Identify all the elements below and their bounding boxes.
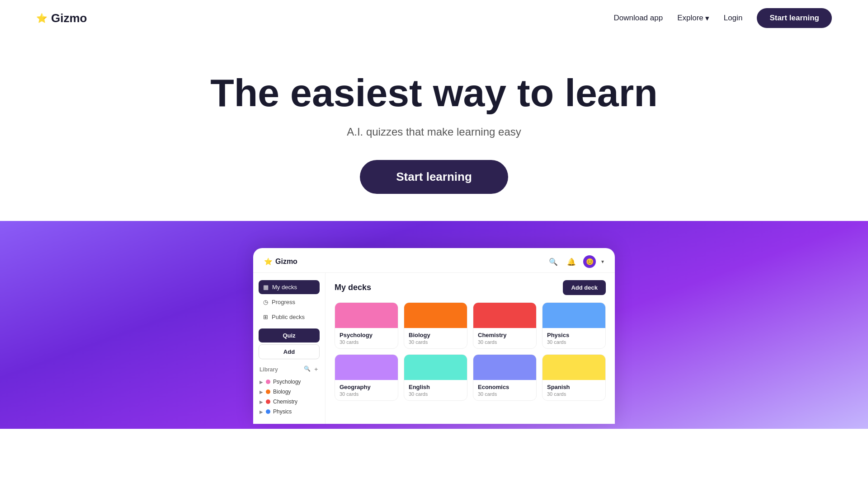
hero-subheading: A.I. quizzes that make learning easy <box>18 126 850 138</box>
main-content: My decks Add deck Psychology 30 cards Bi… <box>326 273 615 424</box>
deck-color-psychology <box>335 303 398 328</box>
nav-logo-text: Gizmo <box>51 11 87 25</box>
deck-info: Physics 30 cards <box>542 328 605 348</box>
deck-card-geography[interactable]: Geography 30 cards <box>335 354 398 401</box>
deck-color-geography <box>335 355 398 380</box>
library-item-psychology[interactable]: ▶ Psychology <box>259 377 320 387</box>
deck-info: Biology 30 cards <box>404 328 467 348</box>
hero-heading: The easiest way to learn <box>18 72 850 113</box>
deck-card-spanish[interactable]: Spanish 30 cards <box>542 354 606 401</box>
library-header: Library 🔍 ＋ <box>259 366 320 373</box>
explore-label: Explore <box>677 14 703 23</box>
library-chemistry-label: Chemistry <box>273 399 297 405</box>
app-mockup: ⭐ Gizmo 🔍 🔔 😊 ▾ ▦ My decks ◷ <box>253 248 615 424</box>
deck-grid: Psychology 30 cards Biology 30 cards Che… <box>335 302 606 401</box>
quiz-button[interactable]: Quiz <box>259 328 320 343</box>
login-link[interactable]: Login <box>724 14 743 23</box>
deck-info: Spanish 30 cards <box>542 380 605 400</box>
deck-card-physics[interactable]: Physics 30 cards <box>542 302 606 349</box>
nav-right: Download app Explore ▾ Login Start learn… <box>613 8 832 28</box>
progress-icon: ◷ <box>263 299 268 305</box>
deck-card-economics[interactable]: Economics 30 cards <box>473 354 537 401</box>
main-title: My decks <box>335 283 371 292</box>
library-item-physics[interactable]: ▶ Physics <box>259 407 320 417</box>
psychology-dot <box>266 380 270 384</box>
deck-name: Biology <box>409 332 462 338</box>
deck-name: Physics <box>547 332 601 338</box>
deck-card-chemistry[interactable]: Chemistry 30 cards <box>473 302 537 349</box>
sidebar-item-my-decks[interactable]: ▦ My decks <box>259 280 320 294</box>
deck-count: 30 cards <box>409 339 462 345</box>
deck-color-spanish <box>542 355 605 380</box>
deck-name: Geography <box>340 384 393 390</box>
library-icons: 🔍 ＋ <box>304 366 319 373</box>
library-biology-label: Biology <box>273 389 291 395</box>
deck-card-english[interactable]: English 30 cards <box>404 354 467 401</box>
chemistry-dot <box>266 399 270 404</box>
app-body: ▦ My decks ◷ Progress ⊞ Public decks Qui… <box>253 273 615 424</box>
deck-name: Psychology <box>340 332 393 338</box>
library-physics-label: Physics <box>273 408 292 415</box>
deck-count: 30 cards <box>547 391 601 397</box>
biology-dot <box>266 389 270 394</box>
app-logo-text: Gizmo <box>275 258 297 266</box>
chevron-down-icon: ▾ <box>601 258 604 265</box>
deck-card-biology[interactable]: Biology 30 cards <box>404 302 467 349</box>
deck-color-chemistry <box>473 303 536 328</box>
sidebar-item-public-decks[interactable]: ⊞ Public decks <box>259 310 320 324</box>
deck-count: 30 cards <box>340 391 393 397</box>
library-psychology-label: Psychology <box>273 379 301 385</box>
add-deck-button[interactable]: Add deck <box>563 280 606 295</box>
library-item-biology[interactable]: ▶ Biology <box>259 387 320 397</box>
sidebar-public-decks-label: Public decks <box>272 314 305 320</box>
download-app-link[interactable]: Download app <box>613 14 663 23</box>
main-header: My decks Add deck <box>335 280 606 295</box>
nav-start-learning-button[interactable]: Start learning <box>757 8 832 28</box>
deck-count: 30 cards <box>340 339 393 345</box>
deck-name: Chemistry <box>478 332 532 338</box>
bottom-section: ⭐ Gizmo 🔍 🔔 😊 ▾ ▦ My decks ◷ <box>0 221 868 429</box>
deck-name: Economics <box>478 384 532 390</box>
library-add-icon[interactable]: ＋ <box>313 366 319 373</box>
add-button[interactable]: Add <box>259 344 320 359</box>
explore-link[interactable]: Explore ▾ <box>677 14 709 23</box>
navbar: ⭐ Gizmo Download app Explore ▾ Login Sta… <box>0 0 868 36</box>
star-icon: ⭐ <box>36 13 47 23</box>
physics-dot <box>266 409 270 414</box>
library-search-icon[interactable]: 🔍 <box>304 366 311 373</box>
search-icon[interactable]: 🔍 <box>547 255 560 268</box>
deck-info: Chemistry 30 cards <box>473 328 536 348</box>
deck-name: English <box>409 384 462 390</box>
deck-name: Spanish <box>547 384 601 390</box>
deck-color-economics <box>473 355 536 380</box>
deck-count: 30 cards <box>478 391 532 397</box>
decks-icon: ▦ <box>263 284 269 291</box>
library-label: Library <box>259 366 278 373</box>
app-star-icon: ⭐ <box>264 258 273 266</box>
hero-section: The easiest way to learn A.I. quizzes th… <box>0 36 868 221</box>
sidebar: ▦ My decks ◷ Progress ⊞ Public decks Qui… <box>253 273 326 424</box>
deck-info: Economics 30 cards <box>473 380 536 400</box>
sidebar-progress-label: Progress <box>272 299 295 305</box>
deck-count: 30 cards <box>547 339 601 345</box>
deck-color-physics <box>542 303 605 328</box>
app-logo: ⭐ Gizmo <box>264 258 297 266</box>
app-header-icons: 🔍 🔔 😊 ▾ <box>547 255 604 268</box>
deck-color-biology <box>404 303 467 328</box>
avatar[interactable]: 😊 <box>583 255 596 268</box>
library-item-chemistry[interactable]: ▶ Chemistry <box>259 397 320 407</box>
app-header: ⭐ Gizmo 🔍 🔔 😊 ▾ <box>253 248 615 273</box>
sidebar-item-progress[interactable]: ◷ Progress <box>259 295 320 309</box>
bell-icon[interactable]: 🔔 <box>565 255 578 268</box>
deck-card-psychology[interactable]: Psychology 30 cards <box>335 302 398 349</box>
library-list: ▶ Psychology ▶ Biology ▶ Chemistry <box>259 377 320 417</box>
hero-start-learning-button[interactable]: Start learning <box>360 160 508 194</box>
nav-logo[interactable]: ⭐ Gizmo <box>36 11 87 25</box>
deck-info: Geography 30 cards <box>335 380 398 400</box>
public-decks-icon: ⊞ <box>263 314 268 320</box>
sidebar-my-decks-label: My decks <box>272 284 297 291</box>
deck-info: English 30 cards <box>404 380 467 400</box>
deck-count: 30 cards <box>478 339 532 345</box>
deck-color-english <box>404 355 467 380</box>
chevron-down-icon: ▾ <box>705 14 709 23</box>
